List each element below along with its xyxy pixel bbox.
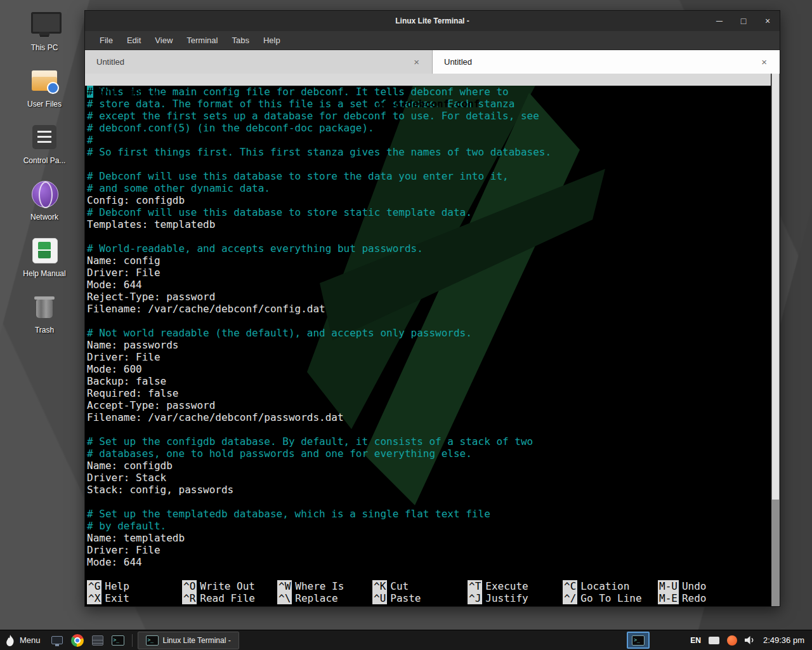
menu-file[interactable]: File — [93, 31, 120, 50]
shortcut-execute: ^TExecute — [468, 580, 563, 592]
shortcut-label: Cut — [390, 580, 409, 592]
shortcut-label: Help — [105, 580, 129, 592]
close-button[interactable]: × — [762, 16, 773, 26]
tab-1[interactable]: Untitled× — [433, 50, 780, 74]
volume-control[interactable] — [745, 635, 756, 645]
network-icon — [29, 178, 60, 209]
desktop-icon-label: Help Manual — [15, 269, 74, 278]
shortcut-row-2: ^XExit^RRead File^\Replace^UPaste^JJusti… — [87, 592, 771, 604]
terminal-line — [87, 496, 771, 508]
shortcut-label: Execute — [485, 580, 528, 592]
shortcut-justify: ^JJustify — [468, 592, 563, 604]
terminal-line: Mode: 644 — [87, 279, 771, 291]
terminal-line: # databases, one to hold passwords and o… — [87, 448, 771, 460]
user-files-icon — [29, 65, 60, 96]
keyboard-icon — [709, 637, 719, 644]
menu-view[interactable]: View — [148, 31, 180, 50]
desktop-icon-trash[interactable]: Trash — [15, 291, 74, 335]
terminal-launcher[interactable]: >_ — [110, 632, 126, 649]
updates-indicator[interactable] — [727, 635, 737, 646]
desktop-icon-this-pc[interactable]: This PC — [15, 9, 74, 52]
menu-help[interactable]: Help — [256, 31, 287, 50]
terminal-line: Mode: 600 — [87, 363, 771, 375]
terminal-line: # So first things first. This first stan… — [87, 146, 771, 158]
updates-icon — [727, 635, 737, 646]
terminal-line: # Debconf will use this database to stor… — [87, 206, 771, 218]
desktop-icon-label: User Files — [15, 100, 74, 109]
shortcut-key: M-U — [658, 580, 679, 592]
shortcut-go-to-line: ^/Go To Line — [563, 592, 658, 604]
shortcut-label: Read File — [200, 592, 255, 604]
shortcut-where-is: ^WWhere Is — [277, 580, 372, 592]
tab-0[interactable]: Untitled× — [85, 50, 433, 74]
shortcut-exit: ^XExit — [87, 592, 182, 604]
terminal-icon: >_ — [112, 635, 124, 646]
terminal-line: Driver: File — [87, 544, 771, 556]
task-button-terminal[interactable]: >_ Linux Lite Terminal - — [138, 632, 239, 649]
terminal-line — [87, 230, 771, 242]
trash-icon — [29, 291, 60, 322]
menu-edit[interactable]: Edit — [120, 31, 148, 50]
this-pc-icon — [29, 9, 60, 39]
terminal-line: Name: configdb — [87, 460, 771, 472]
shortcut-label: Where Is — [295, 580, 344, 592]
shortcut-key: ^\ — [277, 592, 292, 604]
shortcut-help: ^GHelp — [87, 580, 182, 592]
tab-bar: Untitled×Untitled× — [85, 50, 780, 74]
keyboard-indicator[interactable] — [709, 637, 719, 644]
start-menu-button[interactable]: Menu — [0, 630, 47, 650]
maximize-button[interactable]: □ — [738, 16, 749, 26]
tab-label: Untitled — [444, 57, 472, 67]
terminal-line: # World-readable, and accepts everything… — [87, 242, 771, 255]
menu-tabs[interactable]: Tabs — [225, 31, 256, 50]
terminal-line: Required: false — [87, 387, 771, 399]
file-manager-icon — [92, 635, 103, 646]
terminal-line — [87, 423, 771, 435]
terminal-line: Mode: 644 — [87, 556, 771, 568]
shortcut-key: ^J — [468, 592, 482, 604]
shortcut-key: ^/ — [563, 592, 577, 604]
shortcut-label: Replace — [295, 592, 337, 604]
desktop-icon-label: This PC — [15, 43, 74, 52]
nano-editor: GNU nano 7.2 /etc/debconf.conf # This is… — [85, 74, 780, 606]
terminal-view[interactable]: GNU nano 7.2 /etc/debconf.conf # This is… — [85, 74, 780, 606]
terminal-line — [87, 158, 771, 170]
terminal-line: Accept-Type: password — [87, 399, 771, 411]
scrollbar-track[interactable] — [771, 74, 780, 606]
scrollbar-thumb[interactable] — [772, 74, 779, 500]
window-titlebar[interactable]: Linux Lite Terminal - ─ □ × — [85, 11, 780, 31]
terminal-line: # except the first sets up a database fo… — [87, 110, 771, 122]
menu-terminal[interactable]: Terminal — [180, 31, 225, 50]
shortcut-label: Paste — [390, 592, 421, 604]
chrome-icon — [71, 634, 84, 647]
desktop-icon-control-panel[interactable]: Control Pa... — [15, 122, 74, 165]
shortcut-redo: M-ERedo — [658, 592, 753, 604]
terminal-line: # Not world readable (the default), and … — [87, 327, 771, 339]
shortcut-location: ^CLocation — [563, 580, 658, 592]
shortcut-key: ^G — [87, 580, 102, 592]
menu-bar: FileEditViewTerminalTabsHelp — [85, 31, 780, 50]
keyboard-layout-indicator[interactable]: EN — [690, 636, 701, 645]
desktop-icon-help-manual[interactable]: Help Manual — [15, 235, 74, 278]
desktop-icon-network[interactable]: Network — [15, 178, 74, 222]
desktop-icon-label: Control Pa... — [15, 156, 74, 165]
shortcut-label: Go To Line — [580, 592, 641, 604]
chrome-launcher[interactable] — [69, 632, 86, 649]
minimize-button[interactable]: ─ — [714, 16, 725, 26]
desktop-icon-list: This PCUser FilesControl Pa...NetworkHel… — [15, 9, 74, 348]
nano-body[interactable]: # This is the main config file for debco… — [85, 86, 771, 580]
tab-close-icon[interactable]: × — [760, 56, 768, 67]
desktop-icon-label: Network — [15, 213, 74, 222]
terminal-line: Driver: File — [87, 351, 771, 363]
clock[interactable]: 2:49:36 pm — [763, 635, 804, 645]
terminal-line: Filename: /var/cache/debconf/passwords.d… — [87, 411, 771, 423]
show-desktop-button[interactable] — [49, 632, 65, 649]
desktop-icon-user-files[interactable]: User Files — [15, 65, 74, 109]
help-manual-icon — [29, 235, 60, 265]
terminal-icon: >_ — [146, 635, 159, 646]
shortcut-label: Justify — [485, 592, 528, 604]
file-manager-launcher[interactable] — [89, 632, 106, 649]
tray-terminal-indicator[interactable]: >_ — [627, 632, 650, 649]
tab-close-icon[interactable]: × — [412, 56, 421, 67]
terminal-line: # This is the main config file for debco… — [87, 86, 771, 98]
